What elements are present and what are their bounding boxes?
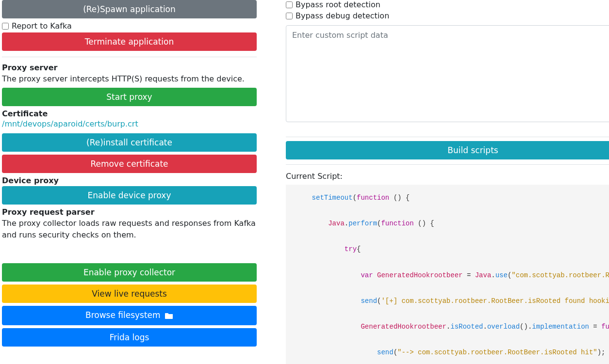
certificate-heading: Certificate: [2, 109, 257, 118]
code-token: Java: [475, 271, 492, 279]
code-token: GeneratedHookrootbeer: [377, 271, 462, 279]
custom-script-textarea[interactable]: [286, 25, 609, 122]
build-scripts-button[interactable]: Build scripts: [286, 141, 609, 159]
divider: [286, 137, 609, 137]
bypass-root-checkbox[interactable]: [286, 1, 293, 8]
code-token: function: [381, 220, 413, 227]
code-token: GeneratedHookrootbeer: [361, 323, 446, 331]
browse-filesystem-button[interactable]: Browse filesystem: [2, 306, 257, 325]
device-proxy-heading: Device proxy: [2, 176, 257, 185]
bypass-debug-row: Bypass debug detection: [286, 11, 609, 20]
start-proxy-button[interactable]: Start proxy: [2, 88, 257, 106]
terminate-app-button[interactable]: Terminate application: [2, 32, 257, 51]
code-token: Java: [328, 220, 345, 227]
divider: [2, 57, 257, 57]
current-script-label: Current Script:: [286, 172, 609, 181]
remove-cert-button[interactable]: Remove certificate: [2, 155, 257, 173]
enable-proxy-collector-button[interactable]: Enable proxy collector: [2, 263, 257, 282]
proxy-server-desc: The proxy server intercepts HTTP(S) requ…: [2, 73, 257, 85]
code-token: overload: [487, 323, 520, 331]
code-token: use: [495, 271, 508, 279]
code-token: var: [361, 271, 373, 279]
browse-filesystem-label: Browse filesystem: [85, 310, 161, 320]
code-token: isRooted: [450, 323, 483, 331]
reinstall-cert-button[interactable]: (Re)install certificate: [2, 133, 257, 152]
certificate-path-link[interactable]: /mnt/devops/aparoid/certs/burp.crt: [2, 119, 138, 128]
code-token: implementation: [532, 323, 589, 331]
divider: [286, 164, 609, 165]
code-token: perform: [348, 220, 377, 227]
frida-logs-button[interactable]: Frida logs: [2, 328, 257, 347]
respawn-app-button[interactable]: (Re)Spawn application: [2, 0, 257, 18]
bypass-root-label: Bypass root detection: [296, 0, 380, 9]
code-token: send: [377, 348, 394, 356]
code-token: send: [361, 297, 377, 305]
proxy-parser-heading: Proxy request parser: [2, 207, 257, 217]
bypass-debug-label: Bypass debug detection: [296, 11, 389, 20]
code-token: "com.scottyab.rootbeer.RootBeer": [511, 271, 609, 279]
script-code-block: setTimeout(function () { Java.perform(fu…: [286, 185, 609, 364]
code-token: "--> com.scottyab.rootbeer.RootBeer.isRo…: [397, 348, 597, 356]
report-kafka-label: Report to Kafka: [12, 21, 72, 31]
code-token: function: [357, 194, 389, 202]
bypass-root-row: Bypass root detection: [286, 0, 609, 9]
proxy-server-heading: Proxy server: [2, 63, 257, 72]
view-live-requests-button[interactable]: View live requests: [2, 285, 257, 303]
enable-device-proxy-button[interactable]: Enable device proxy: [2, 186, 257, 205]
folder-icon: [165, 311, 173, 321]
code-token: '[+] com.scottyab.rootbeer.RootBeer.isRo…: [381, 297, 609, 305]
proxy-parser-desc: The proxy collector loads raw requests a…: [2, 218, 257, 241]
bypass-debug-checkbox[interactable]: [286, 13, 293, 19]
code-token: setTimeout: [312, 194, 353, 202]
report-kafka-row: Report to Kafka: [2, 21, 257, 31]
code-token: function: [601, 323, 609, 331]
report-kafka-checkbox[interactable]: [2, 23, 9, 30]
code-token: try: [345, 245, 357, 253]
